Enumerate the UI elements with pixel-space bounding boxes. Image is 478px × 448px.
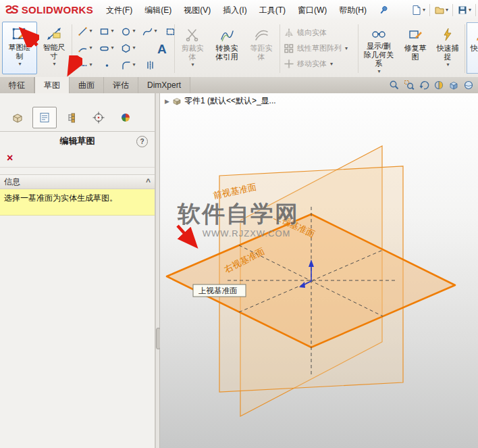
slot-icon bbox=[99, 43, 109, 53]
view-orientation-icon[interactable] bbox=[448, 80, 459, 91]
menu-insert[interactable]: 插入(I) bbox=[217, 0, 253, 20]
new-document-button[interactable]: ▾ bbox=[409, 0, 427, 20]
text-tool-button[interactable]: A bbox=[157, 42, 167, 57]
close-button[interactable]: × bbox=[7, 152, 13, 164]
dropdown-icon[interactable]: ▾ bbox=[154, 28, 157, 34]
menu-window[interactable]: 窗口(W) bbox=[292, 0, 333, 20]
dropdown-icon[interactable]: ▾ bbox=[132, 62, 135, 68]
display-delete-relations-button[interactable]: 显示/删除几何关系 ▾ bbox=[361, 22, 397, 75]
spline-tool-button[interactable]: ▾ bbox=[139, 23, 161, 39]
rapid-sketch-label: 快速草图 bbox=[470, 44, 478, 61]
toolbar-separator bbox=[475, 4, 476, 16]
dropdown-icon[interactable]: ▾ bbox=[89, 45, 92, 51]
circle-icon bbox=[121, 26, 131, 36]
collapse-icon[interactable]: ^ bbox=[146, 177, 151, 186]
spline-icon bbox=[142, 26, 153, 36]
mirror-entities-button[interactable]: 镜向实体 bbox=[284, 25, 348, 41]
dropdown-icon[interactable]: ▾ bbox=[111, 45, 113, 51]
dropdown-icon[interactable]: ▾ bbox=[53, 61, 55, 67]
quick-snaps-icon bbox=[440, 25, 456, 44]
menu-edit[interactable]: 编辑(E) bbox=[138, 0, 178, 20]
dropdown-icon[interactable]: ▾ bbox=[132, 45, 135, 51]
dropdown-icon[interactable]: ▾ bbox=[191, 62, 194, 68]
move-entities-button[interactable]: 移动实体 ▾ bbox=[284, 56, 348, 72]
configurationmanager-tab[interactable] bbox=[59, 107, 84, 128]
dimxpertmanager-icon bbox=[92, 111, 105, 124]
open-document-icon bbox=[434, 5, 445, 16]
feature-tree-flyout: ▶ 零件1 (默认<<默认>_显... bbox=[165, 95, 276, 107]
tree-expand-icon[interactable]: ▶ bbox=[165, 98, 169, 105]
dropdown-icon[interactable]: ▾ bbox=[446, 7, 448, 13]
tab-dimxpert[interactable]: DimXpert bbox=[138, 77, 190, 93]
feature-tree-root[interactable]: 零件1 (默认<<默认>_显... bbox=[184, 95, 276, 107]
display-relations-icon bbox=[370, 25, 388, 42]
dropdown-icon[interactable]: ▾ bbox=[89, 62, 92, 68]
menu-view[interactable]: 视图(V) bbox=[178, 0, 217, 20]
dropdown-icon[interactable]: ▾ bbox=[469, 7, 471, 13]
centerline-tool-button[interactable]: ▾ bbox=[74, 57, 96, 73]
dropdown-icon[interactable]: ▾ bbox=[377, 69, 380, 74]
main-area: 编辑草图 ? × 信息 ^ 选择一基准面为实体生成草图。 ▶ 零件1 (默认<<… bbox=[0, 93, 478, 448]
annotation-arrow-plane bbox=[178, 226, 195, 245]
fillet-tool-button[interactable]: ▾ bbox=[117, 57, 139, 73]
menu-bar: SS SOLIDWORKS 文件(F) 编辑(E) 视图(V) 插入(I) 工具… bbox=[0, 0, 478, 21]
quick-snaps-label: 快速捕捉 bbox=[435, 44, 460, 61]
zoom-fit-icon[interactable] bbox=[389, 80, 400, 91]
trim-entities-button[interactable]: 剪裁实体 ▾ bbox=[177, 22, 208, 74]
slot-tool-button[interactable]: ▾ bbox=[96, 40, 117, 56]
manager-tab-strip bbox=[0, 93, 155, 132]
propertymanager-tab[interactable] bbox=[32, 107, 57, 128]
featuremanager-tab[interactable] bbox=[5, 107, 30, 128]
displaymanager-tab[interactable] bbox=[113, 107, 138, 128]
graphics-area[interactable]: ▶ 零件1 (默认<<默认>_显... bbox=[160, 93, 478, 448]
mirror-tool-button[interactable] bbox=[139, 57, 161, 73]
rectangle-tool-button[interactable]: ▾ bbox=[96, 23, 117, 39]
panel-splitter[interactable] bbox=[155, 93, 160, 448]
save-button[interactable]: ▾ bbox=[455, 0, 473, 20]
circle-tool-button[interactable]: ▾ bbox=[117, 23, 139, 39]
dropdown-icon[interactable]: ▾ bbox=[132, 28, 135, 34]
pin-menu-icon[interactable] bbox=[378, 5, 389, 16]
dropdown-icon[interactable]: ▾ bbox=[345, 46, 348, 51]
menu-help[interactable]: 帮助(H) bbox=[333, 0, 373, 20]
quick-snaps-button[interactable]: 快速捕捉 ▾ bbox=[433, 22, 462, 74]
info-group-header[interactable]: 信息 ^ bbox=[0, 174, 155, 189]
polygon-tool-button[interactable]: ▾ bbox=[117, 40, 139, 56]
convert-entities-button[interactable]: 转换实体引用 bbox=[209, 22, 244, 74]
watermark-url: WWW.RJZXW.COM bbox=[203, 228, 291, 239]
solidworks-logo: SS SOLIDWORKS bbox=[0, 3, 100, 17]
dropdown-icon[interactable]: ▾ bbox=[18, 61, 21, 67]
tab-sketch[interactable]: 草图 bbox=[34, 77, 70, 93]
dropdown-icon[interactable]: ▾ bbox=[89, 28, 92, 34]
open-document-button[interactable]: ▾ bbox=[432, 0, 450, 20]
smart-dimension-button[interactable]: 智能尺寸 ▾ bbox=[39, 22, 69, 74]
rapid-sketch-button[interactable]: 快速草图 bbox=[467, 22, 478, 74]
repair-sketch-button[interactable]: 修复草图 bbox=[400, 22, 431, 74]
line-icon bbox=[78, 26, 88, 36]
dropdown-icon[interactable]: ▾ bbox=[446, 62, 449, 68]
propertymanager-icon bbox=[38, 111, 51, 124]
linear-pattern-button[interactable]: 线性草图阵列 ▾ bbox=[284, 41, 348, 56]
toolbar-separator bbox=[429, 4, 430, 16]
menu-tools[interactable]: 工具(T) bbox=[253, 0, 292, 20]
help-icon[interactable]: ? bbox=[136, 136, 148, 147]
move-entities-label: 移动实体 bbox=[297, 59, 327, 69]
line-tool-button[interactable]: ▾ bbox=[74, 23, 96, 39]
dropdown-icon[interactable]: ▾ bbox=[423, 7, 425, 13]
tab-surfaces[interactable]: 曲面 bbox=[70, 77, 104, 93]
dropdown-icon[interactable]: ▾ bbox=[330, 61, 333, 67]
arc-tool-button[interactable]: ▾ bbox=[74, 40, 96, 56]
tab-evaluate[interactable]: 评估 bbox=[104, 77, 138, 93]
section-view-icon[interactable] bbox=[433, 80, 444, 91]
menu-file[interactable]: 文件(F) bbox=[100, 0, 138, 20]
display-style-icon[interactable] bbox=[463, 80, 474, 91]
tab-features[interactable]: 特征 bbox=[0, 77, 34, 93]
dimxpertmanager-tab[interactable] bbox=[86, 107, 111, 128]
point-tool-button[interactable] bbox=[96, 57, 117, 73]
dropdown-icon[interactable]: ▾ bbox=[111, 28, 113, 34]
trim-entities-label: 剪裁实体 bbox=[180, 44, 205, 61]
previous-view-icon[interactable] bbox=[419, 80, 429, 91]
offset-entities-button[interactable]: 等距实体 bbox=[246, 22, 277, 74]
zoom-area-icon[interactable] bbox=[404, 80, 415, 91]
sketch-button[interactable]: 草图绘制 ▾ bbox=[2, 22, 37, 74]
